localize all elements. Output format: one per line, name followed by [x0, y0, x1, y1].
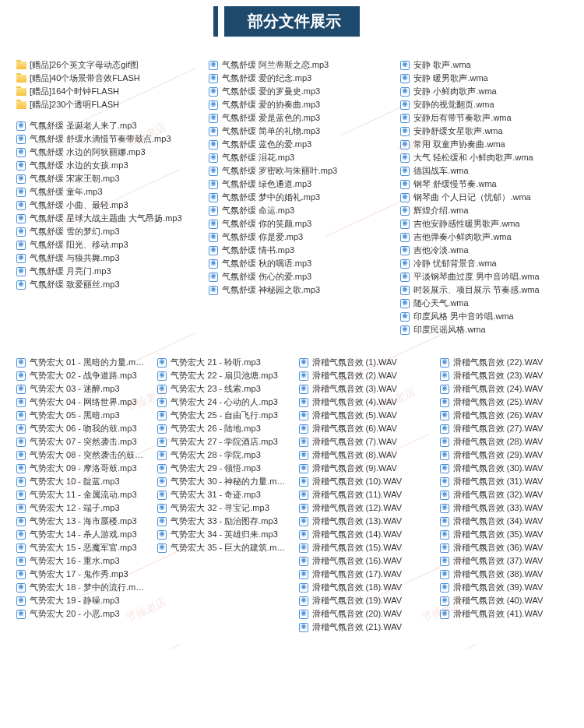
file-item[interactable]: 气势宏大 20 - 小恶.mp3 — [16, 607, 145, 621]
file-item[interactable]: 气势宏大 26 - 陆地.mp3 — [157, 422, 286, 435]
file-item[interactable]: 气势宏大 04 - 网络世界.mp3 — [16, 396, 145, 409]
file-item[interactable]: 气氛舒缓 爱是蓝色的.mp3 — [208, 111, 377, 125]
file-item[interactable]: 气氛舒缓 与狼共舞.mp3 — [16, 251, 185, 265]
file-item[interactable]: 滑稽气氛音效 (24).WAV — [439, 382, 568, 396]
file-item[interactable]: 滑稽气氛音效 (29).WAV — [439, 448, 568, 462]
file-item[interactable]: 印度风格 男中音吟唱.wma — [399, 310, 568, 323]
file-item[interactable]: 气势宏大 01 - 黑暗的力量.mp3 — [16, 356, 145, 369]
file-item[interactable]: 平淡钢琴曲过度 男中音吟唱.wma — [399, 270, 568, 283]
file-item[interactable]: 滑稽气氛音效 (37).WAV — [439, 554, 568, 568]
file-item[interactable]: 气氛舒缓 简单的礼物.mp3 — [208, 125, 377, 138]
file-item[interactable]: 德国战车.wma — [399, 164, 568, 178]
file-item[interactable]: 气氛舒缓 情书.mp3 — [208, 244, 377, 257]
file-item[interactable]: 时装展示、项目展示 节奏感.wma — [399, 283, 568, 297]
file-item[interactable]: 气氛舒缓 致爱丽丝.mp3 — [16, 278, 185, 291]
file-item[interactable]: 滑稽气氛音效 (8).WAV — [298, 448, 427, 462]
file-item[interactable]: 气势宏大 19 - 静噪.mp3 — [16, 594, 145, 607]
file-item[interactable]: 气势宏大 35 - 巨大的建筑.mp3 — [157, 541, 286, 554]
file-item[interactable]: 吉他弹奏小鲜肉歌声.wma — [399, 230, 568, 244]
file-item[interactable]: 气氛舒缓 泪花.mp3 — [208, 151, 377, 164]
file-item[interactable]: 滑稽气氛音效 (26).WAV — [439, 409, 568, 422]
file-item[interactable]: 滑稽气氛音效 (36).WAV — [439, 541, 568, 554]
file-item[interactable]: 滑稽气氛音效 (15).WAV — [298, 541, 427, 554]
file-item[interactable]: 气势宏大 15 - 恶魔军官.mp3 — [16, 541, 145, 554]
file-item[interactable]: 气氛舒缓 月亮门.mp3 — [16, 265, 185, 278]
file-item[interactable]: 钢琴 舒缓慢节奏.wma — [399, 178, 568, 191]
file-item[interactable]: 气势宏大 16 - 重水.mp3 — [16, 554, 145, 568]
file-item[interactable]: 安静舒缓女星歌声.wma — [399, 125, 568, 138]
file-item[interactable]: 滑稽气氛音效 (19).WAV — [298, 594, 427, 607]
file-item[interactable]: 气势宏大 23 - 线索.mp3 — [157, 382, 286, 396]
file-item[interactable]: 气势宏大 12 - 端子.mp3 — [16, 501, 145, 515]
file-item[interactable]: 气势宏大 08 - 突然袭击的鼓.mp3 — [16, 448, 145, 462]
file-item[interactable]: 滑稽气氛音效 (25).WAV — [439, 396, 568, 409]
file-item[interactable]: 气势宏大 32 - 寻宝记.mp3 — [157, 501, 286, 515]
file-item[interactable]: 气势宏大 24 - 心动的人.mp3 — [157, 396, 286, 409]
file-item[interactable]: 滑稽气氛音效 (39).WAV — [439, 581, 568, 594]
file-item[interactable]: 气势宏大 11 - 金属流动.mp3 — [16, 488, 145, 501]
file-item[interactable]: 气势宏大 02 - 战争道路.mp3 — [16, 369, 145, 382]
file-item[interactable]: 气氛舒缓 秋的喁语.mp3 — [208, 257, 377, 270]
file-item[interactable]: 气氛舒缓 命运.mp3 — [208, 204, 377, 217]
file-item[interactable]: 滑稽气氛音效 (20).WAV — [298, 607, 427, 621]
file-item[interactable]: 气氛舒缓 绿色通道.mp3 — [208, 178, 377, 191]
file-item[interactable]: 滑稽气氛音效 (10).WAV — [298, 475, 427, 488]
file-item[interactable]: 气氛舒缓 爱的协奏曲.mp3 — [208, 98, 377, 111]
file-item[interactable]: 冷静 忧郁背景音.wma — [399, 257, 568, 270]
file-item[interactable]: 气势宏大 22 - 扇贝池塘.mp3 — [157, 369, 286, 382]
file-item[interactable]: 滑稽气氛音效 (12).WAV — [298, 501, 427, 515]
file-item[interactable]: 气氛舒缓 蓝色的爱.mp3 — [208, 138, 377, 151]
file-item[interactable]: 气氛舒缓 罗密欧与朱丽叶.mp3 — [208, 164, 377, 178]
file-item[interactable]: 滑稽气氛音效 (18).WAV — [298, 581, 427, 594]
file-item[interactable]: 安静的视觉翻页.wma — [399, 98, 568, 111]
file-item[interactable]: 滑稽气氛音效 (2).WAV — [298, 369, 427, 382]
file-item[interactable]: 滑稽气氛音效 (22).WAV — [439, 356, 568, 369]
file-item[interactable]: 滑稽气氛音效 (5).WAV — [298, 409, 427, 422]
file-item[interactable]: 气氛舒缓 你的笑颜.mp3 — [208, 217, 377, 230]
file-item[interactable]: 气势宏大 17 - 鬼作秀.mp3 — [16, 568, 145, 581]
file-item[interactable]: 滑稽气氛音效 (23).WAV — [439, 369, 568, 382]
file-item[interactable]: 气氛舒缓 星球大战主题曲 大气昂扬.mp3 — [16, 212, 185, 225]
file-item[interactable]: 滑稽气氛音效 (13).WAV — [298, 515, 427, 528]
file-item[interactable]: 气势宏大 33 - 励治图存.mp3 — [157, 515, 286, 528]
file-item[interactable]: 常用 双童声协奏曲.wma — [399, 138, 568, 151]
file-item[interactable]: 气氛舒缓 爱的纪念.mp3 — [208, 72, 377, 85]
file-item[interactable]: 气势宏大 05 - 黑暗.mp3 — [16, 409, 145, 422]
file-item[interactable]: 安静 小鲜肉歌声.wma — [399, 85, 568, 98]
file-item[interactable]: 气氛舒缓 你是爱.mp3 — [208, 230, 377, 244]
file-item[interactable]: 气氛舒缓 水边的女孩.mp3 — [16, 159, 185, 172]
file-item[interactable]: 气势宏大 06 - 吻我的鼓.mp3 — [16, 422, 145, 435]
file-item[interactable]: 安静 暖男歌声.wma — [399, 72, 568, 85]
file-item[interactable]: 气氛舒缓 童年.mp3 — [16, 185, 185, 199]
file-item[interactable]: 滑稽气氛音效 (40).WAV — [439, 594, 568, 607]
file-item[interactable]: 气势宏大 10 - 靛蓝.mp3 — [16, 475, 145, 488]
file-item[interactable]: 滑稽气氛音效 (17).WAV — [298, 568, 427, 581]
file-item[interactable]: 滑稽气氛音效 (34).WAV — [439, 515, 568, 528]
file-item[interactable]: 印度民谣风格.wma — [399, 323, 568, 336]
file-item[interactable]: 滑稽气氛音效 (41).WAV — [439, 607, 568, 621]
file-item[interactable]: 气氛舒缓 宋家王朝.mp3 — [16, 172, 185, 185]
file-item[interactable]: 气势宏大 13 - 海市蜃楼.mp3 — [16, 515, 145, 528]
file-item[interactable]: 气势宏大 29 - 领悟.mp3 — [157, 462, 286, 475]
file-item[interactable]: 气势宏大 28 - 学院.mp3 — [157, 448, 286, 462]
file-item[interactable]: 气势宏大 27 - 学院酒店.mp3 — [157, 435, 286, 448]
file-item[interactable]: 滑稽气氛音效 (9).WAV — [298, 462, 427, 475]
file-item[interactable]: 气势宏大 09 - 摩洛哥鼓.mp3 — [16, 462, 145, 475]
folder-item[interactable]: [赠品]230个透明FLASH — [16, 98, 185, 111]
file-item[interactable]: 气氛舒缓 圣诞老人来了.mp3 — [16, 119, 185, 132]
file-item[interactable]: 气势宏大 18 - 梦中的流行.mp3 — [16, 581, 145, 594]
file-item[interactable]: 气势宏大 30 - 神秘的力量.mp3 — [157, 475, 286, 488]
file-item[interactable]: 滑稽气氛音效 (4).WAV — [298, 396, 427, 409]
file-item[interactable]: 气氛舒缓 舒缓水滴慢节奏带鼓点.mp3 — [16, 132, 185, 146]
file-item[interactable]: 滑稽气氛音效 (14).WAV — [298, 528, 427, 541]
file-item[interactable]: 滑稽气氛音效 (30).WAV — [439, 462, 568, 475]
file-item[interactable]: 气氛舒缓 爱的罗曼史.mp3 — [208, 85, 377, 98]
file-item[interactable]: 吉他冷淡.wma — [399, 244, 568, 257]
file-item[interactable]: 气势宏大 34 - 英雄归来.mp3 — [157, 528, 286, 541]
file-item[interactable]: 滑稽气氛音效 (31).WAV — [439, 475, 568, 488]
folder-item[interactable]: [赠品]26个英文字母动态gif图 — [16, 58, 185, 72]
folder-item[interactable]: [赠品]40个场景带音效FLASH — [16, 72, 185, 85]
file-item[interactable]: 吉他安静感性暖男歌声.wma — [399, 217, 568, 230]
file-item[interactable]: 气氛舒缓 水边的阿狄丽娜.mp3 — [16, 146, 185, 159]
file-item[interactable]: 气氛舒缓 伤心的爱.mp3 — [208, 270, 377, 283]
